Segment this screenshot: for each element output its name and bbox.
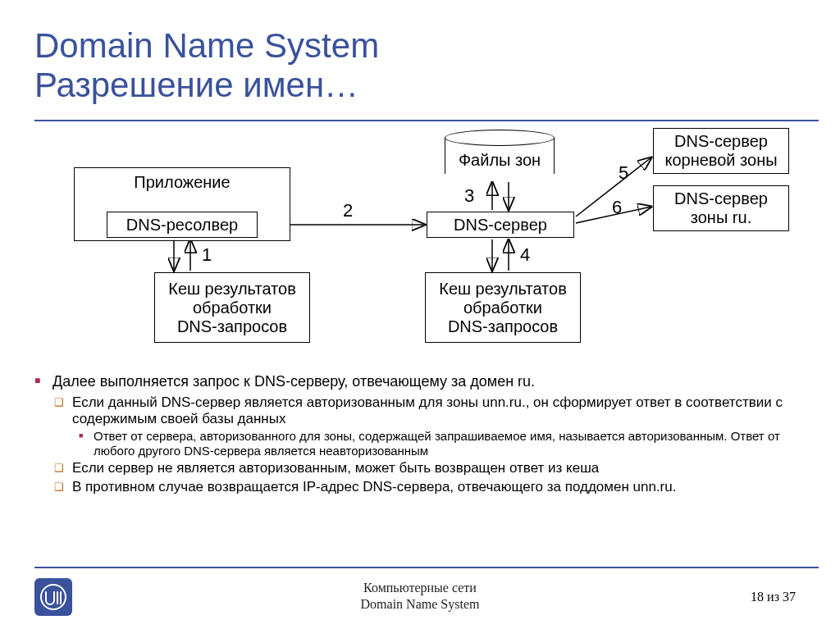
label-cache-left: Кеш результатов обработки DNS-запросов [168, 280, 296, 336]
cylinder-zone-files: Файлы зон [445, 130, 555, 180]
box-dns-server: DNS-сервер [427, 212, 574, 238]
step-number-3: 3 [464, 185, 474, 207]
box-cache-right: Кеш результатов обработки DNS-запросов [425, 272, 581, 343]
diagram-area: Приложение DNS-ресолвер Кеш результатов … [74, 121, 788, 367]
label-dns-resolver: DNS-ресолвер [126, 216, 238, 235]
box-cache-left: Кеш результатов обработки DNS-запросов [154, 272, 310, 343]
cylinder-top [445, 130, 555, 146]
box-root-server: DNS-сервер корневой зоны [653, 128, 789, 174]
label-ru-server: DNS-сервер зоны ru. [674, 189, 768, 227]
bullet-list: Далее выполняется запрос к DNS-серверу, … [34, 372, 819, 497]
slide: Domain Name System Разрешение имен… [0, 0, 840, 629]
page-of-word: из [767, 590, 779, 604]
footer-rule [34, 567, 819, 568]
step-number-6: 6 [612, 197, 622, 218]
label-cache-right: Кеш результатов обработки DNS-запросов [439, 280, 567, 336]
title-line2: Разрешение имен… [34, 66, 358, 104]
step-number-5: 5 [619, 162, 628, 184]
slide-title: Domain Name System Разрешение имен… [34, 26, 379, 106]
footer-line2: Domain Name System [361, 597, 480, 611]
step-number-2: 2 [343, 200, 353, 221]
bullet-lvl1: Далее выполняется запрос к DNS-серверу, … [34, 372, 819, 391]
footer-line1: Компьютерные сети [363, 581, 477, 595]
label-application: Приложение [134, 173, 230, 192]
box-dns-resolver: DNS-ресолвер [107, 212, 258, 238]
bullet-lvl3: Ответ от сервера, авторизованного для зо… [34, 429, 819, 458]
label-root-server: DNS-сервер корневой зоны [664, 132, 777, 170]
bullet-lvl2: Если данный DNS-сервер является авторизо… [34, 394, 819, 428]
page-total: 37 [783, 590, 796, 604]
footer-center: Компьютерные сети Domain Name System [0, 580, 840, 613]
page-current: 18 [751, 590, 764, 604]
step-number-4: 4 [520, 244, 530, 266]
label-dns-server: DNS-сервер [454, 216, 547, 235]
page-indicator: 18 из 37 [751, 590, 796, 604]
box-ru-server: DNS-сервер зоны ru. [653, 185, 789, 231]
title-line1: Domain Name System [34, 26, 379, 65]
bullet-lvl2: В противном случае возвращается IP-адрес… [34, 479, 819, 495]
bullet-lvl2: Если сервер не является авторизованным, … [34, 460, 819, 476]
step-number-1: 1 [202, 244, 212, 266]
label-zone-files: Файлы зон [445, 151, 555, 170]
